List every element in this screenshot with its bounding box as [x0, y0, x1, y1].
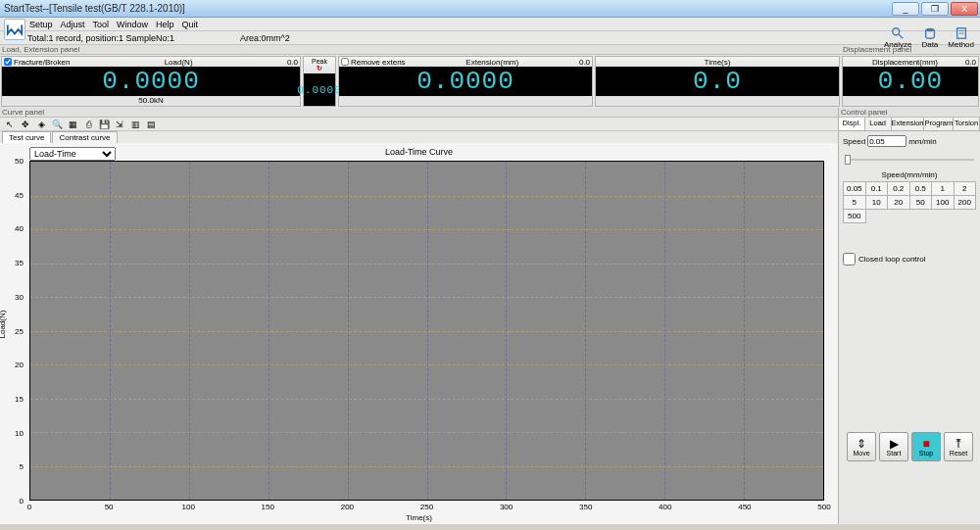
- window-buttons: _ ❐ X: [892, 2, 980, 16]
- close-button[interactable]: X: [951, 2, 978, 16]
- chart-title: Load-Time Curve: [0, 147, 838, 157]
- x-tick-label: 150: [262, 503, 274, 511]
- fracture-checkbox[interactable]: [4, 58, 12, 66]
- export-tool-icon[interactable]: ⇲: [114, 119, 125, 130]
- chart-canvas[interactable]: [29, 161, 824, 501]
- minimize-button[interactable]: _: [892, 2, 919, 16]
- misc-tool-1-icon[interactable]: ▥: [129, 119, 141, 130]
- x-tick-label: 0: [27, 503, 31, 511]
- y-tick-label: 5: [20, 462, 24, 471]
- tab-extension[interactable]: Extension: [892, 118, 925, 130]
- svg-line-1: [899, 34, 903, 38]
- move-icon: ⇕: [857, 438, 866, 450]
- menu-window[interactable]: Window: [117, 20, 148, 29]
- speed-preset-cell[interactable]: 2: [955, 182, 977, 196]
- tab-torsion[interactable]: Torsion: [954, 118, 980, 130]
- method-button[interactable]: Method: [948, 26, 974, 49]
- y-tick-label: 30: [15, 292, 24, 301]
- time-display: Time(s) 0.0: [595, 56, 840, 107]
- y-axis-label: Load(N): [0, 310, 7, 338]
- stop-button[interactable]: ■Stop: [911, 432, 941, 461]
- speed-presets-header: Speed(mm/min): [843, 170, 976, 179]
- svg-point-2: [925, 28, 934, 32]
- play-icon: ▶: [890, 438, 899, 450]
- displacement-display: Displacement(mm)0.0 0.00: [842, 56, 979, 107]
- reset-icon: ⤒: [954, 438, 963, 450]
- menu-quit[interactable]: Quit: [182, 20, 199, 29]
- window-title: StartTest--[Tensile test(GB/T 228.1-2010…: [0, 3, 892, 14]
- x-tick-label: 450: [738, 503, 751, 511]
- speed-preset-cell[interactable]: 20: [888, 196, 910, 210]
- print-tool-icon[interactable]: ⎙: [82, 119, 94, 130]
- speed-preset-cell[interactable]: 1: [932, 182, 955, 196]
- curve-tabs: Test curve Contrast curve: [0, 131, 838, 143]
- tab-contrast-curve[interactable]: Contrast curve: [52, 131, 117, 143]
- load-value: 0.0000: [2, 67, 300, 96]
- stop-icon: ■: [922, 438, 929, 450]
- time-value: 0.0: [596, 67, 839, 96]
- chart-type-select[interactable]: Load-Time: [29, 147, 116, 161]
- speed-label: Speed: [843, 137, 865, 146]
- speed-input[interactable]: [867, 135, 906, 147]
- y-tick-label: 10: [15, 428, 24, 437]
- tab-displ[interactable]: Displ.: [839, 118, 865, 130]
- speed-presets-grid: 0.050.10.20.5125102050100200500: [843, 181, 976, 223]
- zoom-tool-icon[interactable]: 🔍: [51, 119, 63, 130]
- menu-tool[interactable]: Tool: [93, 20, 110, 29]
- x-tick-label: 350: [579, 503, 592, 511]
- reset-button[interactable]: ⤒Reset: [944, 432, 973, 461]
- speed-unit: mm/min: [908, 137, 936, 146]
- peak-reset-icon[interactable]: ↻: [317, 65, 322, 72]
- speed-preset-cell[interactable]: 0.1: [866, 182, 889, 196]
- save-tool-icon[interactable]: 💾: [98, 119, 110, 130]
- menu-bar: Setup Adjust Tool Window Help Quit: [0, 18, 980, 31]
- x-tick-label: 50: [105, 503, 114, 511]
- speed-preset-cell[interactable]: 50: [910, 196, 933, 210]
- misc-tool-2-icon[interactable]: ▤: [145, 119, 157, 130]
- x-tick-label: 100: [182, 503, 195, 511]
- tab-program[interactable]: Program: [924, 118, 954, 130]
- speed-preset-cell[interactable]: 100: [932, 196, 955, 210]
- data-button[interactable]: Data: [921, 26, 938, 49]
- start-button[interactable]: ▶Start: [879, 432, 908, 461]
- analyze-button[interactable]: Analyze: [884, 26, 911, 49]
- menu-adjust[interactable]: Adjust: [61, 20, 85, 29]
- y-tick-label: 20: [15, 361, 24, 369]
- speed-preset-cell[interactable]: 500: [844, 210, 866, 223]
- speed-preset-cell[interactable]: 5: [844, 196, 866, 210]
- control-tabs: Displ. Load Extension Program Torsion: [839, 118, 980, 131]
- speed-preset-cell[interactable]: 200: [955, 196, 977, 210]
- closed-loop-checkbox[interactable]: [843, 253, 856, 265]
- curve-toolbar: ↖ ✥ ◈ 🔍 ▦ ⎙ 💾 ⇲ ▥ ▤: [0, 118, 838, 131]
- menu-setup[interactable]: Setup: [29, 20, 53, 29]
- record-status: Total:1 record, position:1 SampleNo:1: [27, 33, 174, 43]
- tab-load[interactable]: Load: [865, 118, 892, 130]
- maximize-button[interactable]: ❐: [921, 2, 949, 16]
- peak-display: Peak↻ 0.0000: [303, 56, 336, 107]
- x-tick-label: 200: [341, 503, 354, 511]
- move-tool-icon[interactable]: ✥: [20, 119, 31, 130]
- y-tick-label: 45: [15, 190, 24, 199]
- status-row: Total:1 record, position:1 SampleNo:1 Ar…: [0, 31, 980, 45]
- speed-preset-cell[interactable]: 0.5: [910, 182, 933, 196]
- move-button[interactable]: ⇕Move: [847, 432, 876, 461]
- y-tick-label: 25: [15, 326, 24, 335]
- y-tick-label: 0: [20, 497, 24, 506]
- cursor-tool-icon[interactable]: ↖: [4, 119, 16, 130]
- x-tick-label: 400: [659, 503, 671, 511]
- speed-preset-cell[interactable]: 0.2: [888, 182, 910, 196]
- curve-panel: Curve panel ↖ ✥ ◈ 🔍 ▦ ⎙ 💾 ⇲ ▥ ▤ Test cur…: [0, 108, 839, 524]
- extension-value: 0.0000: [339, 67, 592, 96]
- y-tick-label: 50: [15, 157, 24, 166]
- menu-help[interactable]: Help: [156, 20, 174, 29]
- grid-tool-icon[interactable]: ▦: [67, 119, 78, 130]
- point-tool-icon[interactable]: ◈: [35, 119, 47, 130]
- plot-area: Load-Time Load-Time Curve 05101520253035…: [0, 143, 838, 524]
- remove-extens-checkbox[interactable]: [341, 58, 349, 66]
- speed-preset-cell[interactable]: 10: [866, 196, 889, 210]
- x-axis-label: Time(s): [0, 513, 838, 522]
- speed-slider[interactable]: [843, 153, 976, 167]
- title-bar: StartTest--[Tensile test(GB/T 228.1-2010…: [0, 0, 980, 18]
- tab-test-curve[interactable]: Test curve: [2, 131, 51, 143]
- speed-preset-cell[interactable]: 0.05: [844, 182, 866, 196]
